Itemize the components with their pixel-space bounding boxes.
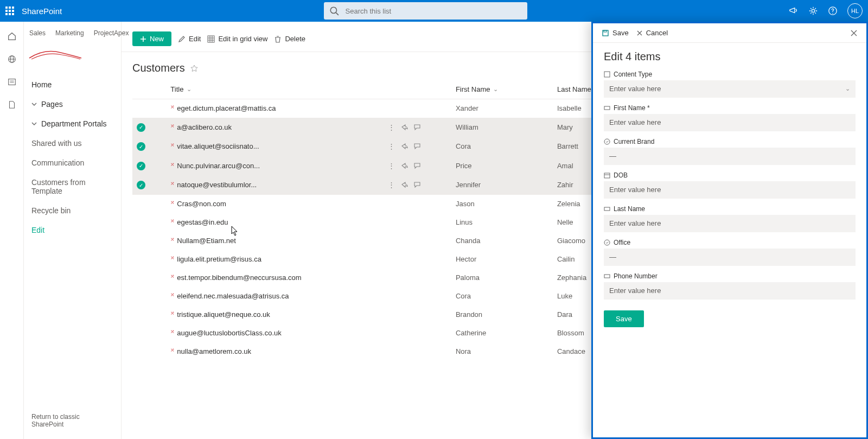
field-first-name-input[interactable]: Enter value here — [604, 114, 856, 131]
edit-button[interactable]: Edit — [178, 35, 201, 43]
cell-title[interactable]: ⤯Nunc.pulvinar.arcu@con... — [166, 156, 384, 176]
nav-recycle-bin[interactable]: Recycle bin — [24, 201, 121, 220]
field-dob-label: DOB — [614, 171, 628, 179]
more-icon[interactable]: ⋮ — [388, 123, 395, 131]
share-icon[interactable] — [400, 181, 408, 189]
more-icon[interactable]: ⋮ — [388, 162, 395, 170]
comment-icon[interactable] — [413, 162, 421, 170]
cell-title[interactable]: ⤯natoque@vestibulumlor... — [166, 175, 384, 195]
pencil-icon — [178, 35, 186, 43]
share-icon[interactable] — [400, 162, 408, 170]
check-icon[interactable]: ✓ — [137, 123, 145, 132]
plus-icon — [140, 36, 146, 42]
svg-rect-8 — [8, 79, 15, 85]
search-icon — [329, 6, 339, 16]
megaphone-icon[interactable] — [789, 6, 799, 16]
nav-communication[interactable]: Communication — [24, 153, 121, 173]
cell-title[interactable]: ⤯eleifend.nec.malesuada@atrisus.ca — [166, 287, 384, 306]
choice-icon — [604, 138, 610, 145]
nav-customers-template[interactable]: Customers from Template — [24, 173, 121, 201]
check-icon[interactable]: ✓ — [137, 142, 145, 151]
nav-shared[interactable]: Shared with us — [24, 133, 121, 153]
new-badge-icon: ⤯ — [170, 292, 175, 297]
delete-button[interactable]: Delete — [274, 35, 305, 43]
cell-first: Hector — [451, 250, 553, 269]
comment-icon[interactable] — [413, 123, 421, 131]
panel-save-link[interactable]: Save — [602, 29, 629, 37]
hub-link[interactable]: Marketing — [55, 29, 84, 37]
new-badge-icon: ⤯ — [170, 181, 175, 186]
col-title[interactable]: Title — [170, 85, 183, 93]
field-phone-input[interactable]: Enter value here — [604, 282, 856, 300]
nav-return-classic[interactable]: Return to classic SharePoint — [24, 408, 121, 434]
chevron-down-icon — [31, 101, 37, 107]
save-button[interactable]: Save — [604, 310, 644, 327]
cell-title[interactable]: ⤯nulla@ametlorem.co.uk — [166, 342, 384, 361]
star-icon[interactable] — [190, 65, 198, 72]
news-icon[interactable] — [7, 77, 17, 87]
app-launcher-icon[interactable] — [5, 7, 14, 15]
gear-icon[interactable] — [808, 6, 818, 16]
search-input[interactable] — [344, 7, 522, 16]
cell-title[interactable]: ⤯Nullam@Etiam.net — [166, 232, 384, 250]
share-icon[interactable] — [400, 123, 408, 131]
cell-title[interactable]: ⤯egestas@in.edu — [166, 213, 384, 232]
cell-title[interactable]: ⤯augue@luctuslobortisClass.co.uk — [166, 324, 384, 342]
nav-home[interactable]: Home — [24, 75, 121, 94]
col-first-name[interactable]: First Name — [456, 85, 490, 93]
site-logo[interactable] — [28, 41, 117, 66]
avatar[interactable]: HL — [847, 3, 863, 18]
nav-dept-portals[interactable]: Department Portals — [24, 114, 121, 133]
new-badge-icon: ⤯ — [170, 310, 175, 316]
home-icon[interactable] — [7, 31, 17, 41]
col-last-name[interactable]: Last Name — [557, 85, 591, 93]
comment-icon[interactable] — [413, 181, 421, 189]
comment-icon[interactable] — [413, 142, 421, 150]
field-brand-input[interactable]: — — [604, 148, 856, 165]
more-icon[interactable]: ⋮ — [388, 181, 395, 189]
close-icon — [636, 30, 643, 36]
cell-title[interactable]: ⤯eget.dictum.placerat@mattis.ca — [166, 99, 384, 118]
edit-panel: Save Cancel Edit 4 items Content Type En… — [591, 22, 868, 439]
cell-title[interactable]: ⤯Cras@non.com — [166, 195, 384, 213]
save-icon — [602, 29, 609, 37]
cell-first: Price — [451, 156, 553, 176]
field-dob-input[interactable]: Enter value here — [604, 181, 856, 199]
cell-title[interactable]: ⤯tristique.aliquet@neque.co.uk — [166, 306, 384, 324]
field-office-input[interactable]: — — [604, 249, 856, 266]
globe-icon[interactable] — [7, 54, 17, 64]
text-field-icon — [604, 105, 610, 111]
svg-rect-19 — [604, 106, 610, 110]
svg-rect-11 — [208, 36, 214, 42]
check-icon[interactable]: ✓ — [137, 181, 145, 189]
hub-link[interactable]: Sales — [29, 29, 46, 37]
panel-cancel-link[interactable]: Cancel — [636, 29, 668, 37]
help-icon[interactable] — [828, 6, 838, 16]
delete-button-label: Delete — [285, 35, 305, 43]
cell-title[interactable]: ⤯a@aclibero.co.uk — [166, 118, 384, 137]
cell-first: Paloma — [451, 269, 553, 287]
nav-pages[interactable]: Pages — [24, 94, 121, 114]
field-phone-label: Phone Number — [614, 272, 658, 280]
text-field-icon — [604, 206, 610, 212]
field-content-type-input[interactable]: Enter value here⌄ — [604, 80, 856, 98]
cell-first: Chanda — [451, 232, 553, 250]
field-last-name-input[interactable]: Enter value here — [604, 215, 856, 232]
share-icon[interactable] — [400, 142, 408, 150]
check-icon[interactable]: ✓ — [137, 162, 145, 170]
svg-point-4 — [832, 13, 833, 14]
more-icon[interactable]: ⋮ — [388, 142, 395, 150]
cell-title[interactable]: ⤯est.tempor.bibendum@neccursusa.com — [166, 269, 384, 287]
svg-rect-25 — [604, 275, 610, 278]
edit-grid-button[interactable]: Edit in grid view — [207, 35, 267, 43]
cell-title[interactable]: ⤯vitae.aliquet@sociisnato... — [166, 137, 384, 156]
cell-first: Jennifer — [451, 175, 553, 195]
panel-close-button[interactable] — [850, 29, 858, 37]
search-box[interactable] — [324, 2, 527, 20]
new-button[interactable]: New — [132, 31, 171, 46]
cell-title[interactable]: ⤯ligula.elit.pretium@risus.ca — [166, 250, 384, 269]
svg-line-1 — [336, 12, 339, 15]
cell-first: Brandon — [451, 306, 553, 324]
files-icon[interactable] — [7, 100, 17, 110]
nav-edit[interactable]: Edit — [24, 220, 121, 240]
